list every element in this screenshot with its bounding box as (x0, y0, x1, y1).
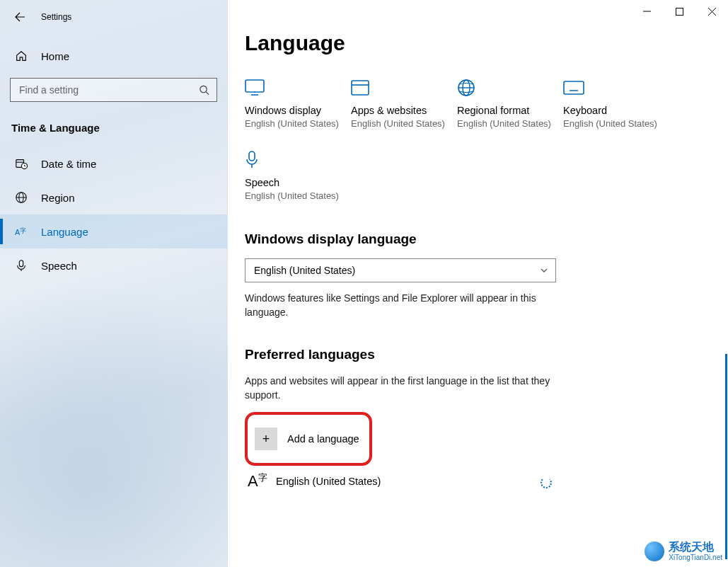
maximize-icon (676, 8, 683, 16)
nav-item-datetime[interactable]: Date & time (0, 147, 227, 181)
tile-label: Speech (245, 177, 351, 188)
tile-regional-format[interactable]: Regional format English (United States) (457, 76, 563, 130)
preferred-language-name: English (United States) (276, 476, 381, 487)
tile-windows-display[interactable]: Windows display English (United States) (245, 76, 351, 130)
arrow-left-icon (14, 11, 25, 23)
nav-item-label: Date & time (41, 158, 96, 170)
tile-sub: English (United States) (457, 118, 563, 130)
nav-item-language[interactable]: A字 Language (0, 214, 227, 248)
loading-spinner-icon (541, 477, 552, 488)
minimize-icon (643, 8, 651, 16)
tile-label: Apps & websites (351, 105, 457, 116)
svg-text:字: 字 (20, 227, 26, 234)
watermark-title: 系统天地 (669, 541, 722, 554)
add-language-label: Add a language (287, 433, 359, 445)
section-header: Time & Language (11, 122, 227, 134)
minimize-button[interactable] (630, 0, 663, 23)
plus-icon: + (255, 428, 277, 450)
add-language-button[interactable]: + Add a language (250, 419, 369, 459)
window-icon (351, 76, 457, 99)
tile-sub: English (United States) (563, 118, 669, 130)
svg-rect-13 (245, 80, 264, 92)
page-title: Language (245, 31, 728, 55)
nav-item-label: Region (41, 192, 75, 204)
svg-rect-10 (19, 260, 23, 267)
display-language-value: English (United States) (254, 265, 355, 276)
scrollbar[interactable] (725, 354, 727, 559)
section-display-language-title: Windows display language (245, 231, 728, 247)
chevron-down-icon (540, 266, 548, 275)
close-button[interactable] (695, 0, 728, 23)
preferred-hint: Apps and websites will appear in the fir… (245, 374, 570, 403)
section-preferred-title: Preferred languages (245, 347, 728, 362)
globe-icon (457, 76, 563, 99)
microphone-icon (245, 149, 351, 171)
nav-item-label: Language (41, 226, 88, 238)
nav-list: Date & time Region A字 Language Speech (0, 147, 227, 282)
microphone-icon (14, 259, 28, 272)
titlebar-left: Settings (0, 6, 227, 28)
tile-keyboard[interactable]: Keyboard English (United States) (563, 76, 669, 130)
monitor-icon (245, 76, 351, 99)
tile-label: Regional format (457, 105, 563, 116)
close-icon (708, 8, 716, 16)
maximize-button[interactable] (663, 0, 695, 23)
tile-sub: English (United States) (245, 118, 351, 130)
globe-icon (14, 191, 28, 204)
preferred-language-item[interactable]: A字 English (United States) (245, 473, 556, 489)
nav-item-label: Speech (41, 260, 77, 272)
keyboard-icon (563, 76, 669, 99)
content-pane: Language Windows display English (United… (228, 0, 728, 567)
tile-sub: English (United States) (245, 190, 351, 202)
watermark-sub: XiTongTianDi.net (669, 554, 722, 561)
tile-label: Keyboard (563, 105, 669, 116)
tile-speech[interactable]: Speech English (United States) (245, 149, 351, 202)
svg-rect-20 (564, 81, 584, 94)
tile-apps-websites[interactable]: Apps & websites English (United States) (351, 76, 457, 130)
nav-home-label: Home (41, 50, 69, 62)
sidebar: Settings Home Time & Language Date & (0, 0, 228, 567)
svg-rect-15 (352, 81, 369, 95)
nav-item-speech[interactable]: Speech (0, 248, 227, 282)
search-box[interactable] (10, 78, 217, 102)
watermark: 系统天地 XiTongTianDi.net (645, 541, 722, 561)
nav-item-region[interactable]: Region (0, 181, 227, 214)
app-title: Settings (41, 12, 71, 22)
language-overview-tiles: Windows display English (United States) … (245, 76, 698, 220)
svg-line-1 (206, 92, 209, 95)
language-icon: A字 (14, 225, 28, 238)
nav-home[interactable]: Home (0, 37, 227, 75)
display-language-select[interactable]: English (United States) (245, 258, 556, 282)
window-controls (630, 0, 728, 23)
display-language-hint: Windows features like Settings and File … (245, 291, 556, 320)
annotation-highlight: + Add a language (245, 412, 372, 466)
tile-label: Windows display (245, 105, 351, 116)
watermark-globe-icon (645, 542, 664, 561)
language-glyph-icon: A字 (248, 473, 276, 489)
svg-rect-34 (249, 151, 255, 161)
search-icon (199, 85, 209, 96)
svg-rect-12 (676, 8, 683, 15)
home-icon (14, 50, 28, 62)
search-input[interactable] (18, 84, 191, 96)
back-button[interactable] (8, 6, 31, 28)
svg-point-0 (200, 86, 207, 92)
clock-calendar-icon (14, 157, 28, 170)
tile-sub: English (United States) (351, 118, 457, 130)
